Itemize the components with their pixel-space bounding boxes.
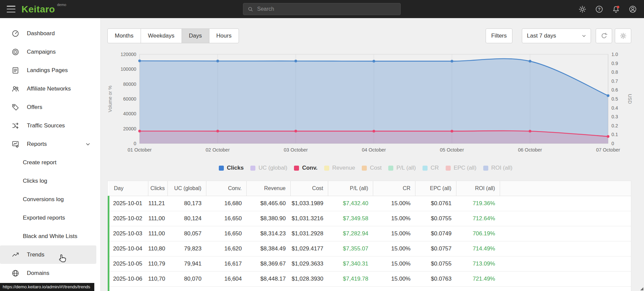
trends-table-container: DayClicksUC (global)Conv.RevenueCostP/L … <box>107 181 631 291</box>
col-header-day[interactable]: Day <box>109 181 148 196</box>
cell-clicks: 111,21 <box>148 196 168 211</box>
sidebar-item-trends[interactable]: Trends <box>0 245 96 264</box>
col-header-epc-all[interactable]: EPC (all) <box>415 181 456 196</box>
sidebar-item-exported-reports[interactable]: Exported reports <box>0 209 100 227</box>
legend-item-revenue[interactable]: Revenue <box>324 165 355 171</box>
sidebar-item-domains[interactable]: Domains <box>0 264 100 282</box>
cell-cr: 15.00% <box>373 256 415 271</box>
legend-swatch <box>423 166 428 171</box>
tab-weekdays[interactable]: Weekdays <box>141 28 182 43</box>
table-header-row: DayClicksUC (global)Conv.RevenueCostP/L … <box>109 181 631 196</box>
refresh-button[interactable] <box>596 28 612 43</box>
tab-hours[interactable]: Hours <box>209 28 239 43</box>
cell-filler <box>500 196 631 211</box>
col-header-cost[interactable]: Cost <box>291 181 328 196</box>
col-header-revenue[interactable]: Revenue <box>247 181 291 196</box>
legend-item-cost[interactable]: Cost <box>362 165 382 171</box>
legend-item-epc-all[interactable]: EPC (all) <box>446 165 477 171</box>
user-icon <box>629 5 637 13</box>
legend-item-uc-global[interactable]: UC (global) <box>250 165 287 171</box>
sidebar: DashboardCampaignsLandings PagesAffiliat… <box>0 18 101 291</box>
svg-text:1.0: 1.0 <box>611 52 618 57</box>
cell-revenue: $8,369.67 <box>247 256 291 271</box>
sidebar-item-reports[interactable]: Reports <box>0 135 100 153</box>
cell-day: 2025-10-06 <box>109 271 148 286</box>
date-range-select[interactable]: Last 7 days <box>522 28 591 43</box>
cell-roi-all: 714.49% <box>456 241 500 256</box>
cell-epc-all: $0.0755 <box>415 211 456 226</box>
cell-p-l-all: $7,349.58 <box>328 211 373 226</box>
tab-months[interactable]: Months <box>107 28 141 43</box>
cell-filler <box>500 226 631 241</box>
hamburger-menu-icon[interactable] <box>7 6 15 12</box>
cell-epc-all: $0.0749 <box>415 226 456 241</box>
sidebar-item-clicks-log[interactable]: Clicks log <box>0 172 100 190</box>
landings-icon <box>11 66 19 74</box>
legend-item-conv[interactable]: Conv. <box>294 165 317 171</box>
brand-logo[interactable]: Keitaro <box>21 5 55 14</box>
svg-text:0.5: 0.5 <box>611 96 618 102</box>
search-input[interactable] <box>257 6 396 12</box>
sidebar-item-traffic-sources[interactable]: Traffic Sources <box>0 116 100 135</box>
sidebar-item-label: Dashboard <box>27 30 55 37</box>
account-button[interactable] <box>628 4 637 14</box>
svg-text:07 October: 07 October <box>596 147 620 153</box>
legend-item-roi-all[interactable]: ROI (all) <box>483 165 512 171</box>
legend-item-p-l-all[interactable]: P/L (all) <box>388 165 416 171</box>
sidebar-item-label: Landings Pages <box>27 67 68 74</box>
chart-settings-button[interactable] <box>615 28 631 43</box>
col-header-cr[interactable]: CR <box>373 181 415 196</box>
legend-swatch <box>219 166 224 171</box>
svg-text:0: 0 <box>611 141 614 146</box>
cell-conv: 16,650 <box>206 211 247 226</box>
col-header-conv[interactable]: Conv. <box>206 181 247 196</box>
sidebar-item-landings-pages[interactable]: Landings Pages <box>0 61 100 79</box>
cell-uc-global: 79,941 <box>168 256 206 271</box>
cell-revenue: $8,410.88 <box>247 286 291 291</box>
reports-icon <box>11 140 19 148</box>
cell-p-l-all: $7,340.31 <box>328 256 373 271</box>
global-search[interactable] <box>243 3 401 15</box>
cell-day: 2025-10-03 <box>109 226 148 241</box>
svg-text:0.4: 0.4 <box>611 105 618 111</box>
sidebar-item-campaigns[interactable]: Campaigns <box>0 43 100 61</box>
legend-item-cr[interactable]: CR <box>423 165 439 171</box>
settings-button[interactable] <box>578 4 587 14</box>
affiliate-icon <box>11 85 19 93</box>
chevron-down-icon[interactable] <box>85 141 91 147</box>
brand-badge: demo <box>57 3 66 7</box>
filters-button[interactable]: Filters <box>486 28 512 43</box>
sidebar-item-label: Clicks log <box>23 178 47 184</box>
legend-swatch <box>362 166 367 171</box>
svg-text:60000: 60000 <box>123 96 136 102</box>
cell-p-l-all: $7,393.57 <box>328 286 373 291</box>
sidebar-item-black-and-white-lists[interactable]: Black and White Lists <box>0 227 100 245</box>
col-header-p-l-all[interactable]: P/L (all) <box>328 181 373 196</box>
chevron-down-icon <box>581 33 587 39</box>
cell-uc-global: 80,173 <box>168 196 206 211</box>
sidebar-item-label: Conversions log <box>23 196 64 203</box>
cell-conv: 16,604 <box>206 271 247 286</box>
legend-item-clicks[interactable]: Clicks <box>219 165 244 171</box>
col-header-roi-all[interactable]: ROI (all) <box>456 181 500 196</box>
cell-cr: 15.00% <box>373 271 415 286</box>
sidebar-item-conversions-log[interactable]: Conversions log <box>0 190 100 209</box>
tab-days[interactable]: Days <box>182 28 209 43</box>
col-header-uc-global[interactable]: UC (global) <box>168 181 206 196</box>
legend-swatch <box>483 166 488 171</box>
help-icon: ? <box>595 5 603 13</box>
col-header-clicks[interactable]: Clicks <box>148 181 168 196</box>
sidebar-item-label: Campaigns <box>27 49 56 55</box>
notifications-button[interactable] <box>611 4 621 14</box>
cell-roi-all: 712.64% <box>456 211 500 226</box>
sidebar-item-offers[interactable]: Offers <box>0 98 100 116</box>
sidebar-item-dashboard[interactable]: Dashboard <box>0 24 100 43</box>
svg-text:0.2: 0.2 <box>611 123 618 128</box>
cell-p-l-all: $7,419.78 <box>328 271 373 286</box>
cell-day: 2025-10-05 <box>109 256 148 271</box>
sidebar-item-create-report[interactable]: Create report <box>0 153 100 172</box>
cell-cr: 15.00% <box>373 226 415 241</box>
help-button[interactable]: ? <box>594 4 604 14</box>
svg-text:USD: USD <box>627 94 633 104</box>
sidebar-item-affiliate-networks[interactable]: Affiliate Networks <box>0 79 100 98</box>
